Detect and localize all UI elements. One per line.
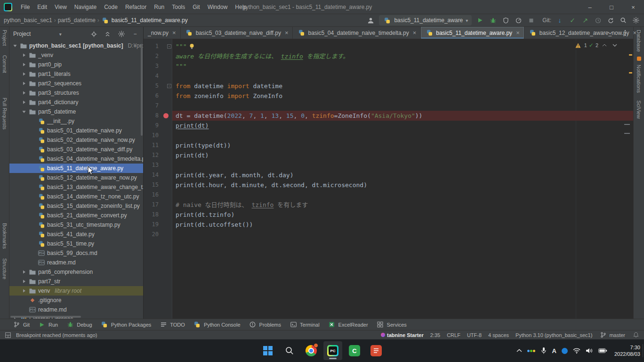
- line-number[interactable]: 4: [144, 71, 160, 81]
- tool-stripe-notifications[interactable]: Notifications: [636, 65, 642, 93]
- tree-scrollbar[interactable]: [141, 44, 143, 136]
- editor-tab-basic5-11-datetime-aware-py[interactable]: basic5_11_datetime_aware.py×: [421, 27, 524, 39]
- more-options-icon[interactable]: [621, 29, 629, 37]
- taskbar-search-button[interactable]: [280, 341, 299, 360]
- git-branch-widget[interactable]: master: [599, 331, 625, 339]
- close-tab-icon[interactable]: ×: [413, 29, 417, 36]
- battery-icon[interactable]: [598, 348, 607, 353]
- tool-stripe-structure[interactable]: Structure: [2, 258, 8, 280]
- code-line-12[interactable]: 12print(dt): [144, 150, 633, 160]
- debug-button[interactable]: [489, 16, 497, 25]
- breadcrumb-item[interactable]: basic5_11_datetime_aware.py: [101, 16, 188, 25]
- line-number[interactable]: 16: [144, 190, 160, 200]
- chevron-down-icon[interactable]: ▾: [59, 32, 62, 37]
- tree-item-basic5-31-utc-timestamp-py[interactable]: basic5_31_utc_timestamp.py: [9, 220, 143, 230]
- toolwindow-run[interactable]: Run: [38, 321, 58, 329]
- indent-style[interactable]: 4 spaces: [488, 332, 509, 338]
- menu-view[interactable]: View: [51, 4, 71, 10]
- tree-horizontal-scrollbar[interactable]: [10, 316, 81, 318]
- line-number[interactable]: 12: [144, 150, 160, 160]
- code-line-19[interactable]: 19print(dt.utcoffset()): [144, 220, 633, 230]
- history-button[interactable]: [594, 16, 602, 25]
- menu-file[interactable]: File: [17, 4, 33, 10]
- microphone-icon[interactable]: [540, 347, 547, 354]
- tree-item-readme-md[interactable]: readme.md: [9, 258, 143, 267]
- menu-tools[interactable]: Tools: [168, 4, 189, 10]
- line-number[interactable]: 1: [144, 41, 160, 51]
- line-number[interactable]: 5: [144, 81, 160, 91]
- maximize-button[interactable]: □: [601, 0, 622, 14]
- code-line-7[interactable]: 7: [144, 101, 633, 111]
- toolwindow-todo[interactable]: TODO: [159, 321, 185, 329]
- tool-stripe-commit[interactable]: Commit: [2, 55, 8, 73]
- tree-item-part7-str[interactable]: part7_str: [9, 277, 143, 286]
- chevron-right-icon[interactable]: [21, 53, 27, 58]
- chevron-right-icon[interactable]: [21, 81, 27, 86]
- menu-edit[interactable]: Edit: [33, 4, 51, 10]
- chevron-right-icon[interactable]: [21, 100, 27, 105]
- tree-item--init-py[interactable]: __init__.py: [9, 116, 143, 126]
- code-line-1[interactable]: 1-""": [144, 41, 633, 51]
- line-number[interactable]: 8: [144, 111, 160, 121]
- caret-position[interactable]: 2:35: [430, 332, 440, 338]
- push-button[interactable]: ↗: [581, 16, 589, 25]
- breadcrumb-item[interactable]: part5_datetime: [58, 17, 96, 24]
- line-number[interactable]: 10: [144, 131, 160, 140]
- tray-app-icon[interactable]: [527, 350, 535, 352]
- tree-item-part2-sequences[interactable]: part2_sequences: [9, 79, 143, 88]
- chevron-right-icon[interactable]: [21, 62, 27, 67]
- menu-window[interactable]: Window: [204, 4, 232, 10]
- toolwindow-services[interactable]: Services: [376, 321, 407, 329]
- stop-button[interactable]: [527, 16, 535, 25]
- menu-run[interactable]: Run: [150, 4, 168, 10]
- wifi-icon[interactable]: [573, 348, 580, 354]
- breakpoint-icon[interactable]: [163, 113, 169, 118]
- chevron-right-icon[interactable]: [21, 288, 27, 293]
- editor-tab-basic5-03-datetime-naive-diff-py[interactable]: basic5_03_datetime_naive_diff.py×: [181, 27, 293, 39]
- code-line-9[interactable]: 9print(dt): [144, 121, 633, 131]
- run-button[interactable]: [476, 16, 484, 25]
- line-separator[interactable]: CRLF: [447, 332, 460, 338]
- line-number[interactable]: 18: [144, 210, 160, 220]
- breadcrumb-item[interactable]: python_basic_sec1: [4, 17, 52, 24]
- toolwindow-excelreader[interactable]: ExcelReader: [328, 321, 368, 329]
- tree-item-python-basic-sec1-python-basic-[interactable]: python_basic_sec1 [python_basic]D:¥proje…: [9, 41, 143, 50]
- tree-item--gitignore[interactable]: .gitignore: [9, 296, 143, 305]
- toolwindow-terminal[interactable]: Terminal: [289, 321, 320, 329]
- toolwindow-git[interactable]: Git: [12, 321, 30, 329]
- code-line-4[interactable]: 4: [144, 71, 633, 81]
- tree-item--venv[interactable]: _venv: [9, 50, 143, 60]
- code-line-15[interactable]: 15print(dt.hour, dt.minute, dt.second, d…: [144, 180, 633, 190]
- line-number[interactable]: 14: [144, 170, 160, 180]
- tree-item-basic5-11-datetime-aware-py[interactable]: basic5_11_datetime_aware.py: [9, 164, 143, 173]
- close-button[interactable]: ×: [622, 0, 644, 14]
- line-number[interactable]: 9: [144, 121, 160, 131]
- fold-icon[interactable]: -: [167, 44, 171, 49]
- toolwindow-quick-access-icon[interactable]: [4, 331, 12, 339]
- tree-item-basic5-01-datetime-naive-py[interactable]: basic5_01_datetime_naive.py: [9, 126, 143, 135]
- close-tab-icon[interactable]: ×: [516, 29, 520, 36]
- tree-item-basic5-02-datetime-naive-now-py[interactable]: basic5_02_datetime_naive_now.py: [9, 135, 143, 145]
- line-number[interactable]: 19: [144, 220, 160, 230]
- chevron-down-icon[interactable]: [21, 109, 27, 114]
- search-everywhere-button[interactable]: [619, 16, 628, 25]
- line-number[interactable]: 3: [144, 61, 160, 71]
- panel-settings-button[interactable]: [117, 30, 126, 38]
- tree-item-basic5-03-datetime-naive-diff-py[interactable]: basic5_03_datetime_naive_diff.py: [9, 145, 143, 154]
- code-line-16[interactable]: 16: [144, 190, 633, 200]
- code-line-11[interactable]: 11print(type(dt)): [144, 140, 633, 150]
- toolwindow-debug[interactable]: Debug: [66, 321, 92, 329]
- profiler-button[interactable]: [514, 16, 523, 25]
- toolwindow-python-packages[interactable]: Python Packages: [100, 321, 152, 329]
- intention-bulb-icon[interactable]: [189, 43, 194, 49]
- tree-item-basic5-14-datetime-tz-none-utc-py[interactable]: basic5_14_datetime_tz_none_utc.py: [9, 192, 143, 201]
- tray-blue-dot-icon[interactable]: [562, 348, 568, 354]
- rollback-button[interactable]: [606, 16, 615, 25]
- red-app-taskbar-icon[interactable]: [367, 341, 386, 360]
- tool-stripe-project[interactable]: Project: [2, 30, 8, 46]
- tree-item-basic5-04-datetime-naive-timedelta-py[interactable]: basic5_04_datetime_naive_timedelta.py: [9, 154, 143, 164]
- minimize-button[interactable]: –: [579, 0, 601, 14]
- code-line-10[interactable]: 10: [144, 131, 633, 140]
- close-tab-icon[interactable]: ×: [172, 29, 176, 36]
- close-tab-icon[interactable]: ×: [633, 29, 637, 36]
